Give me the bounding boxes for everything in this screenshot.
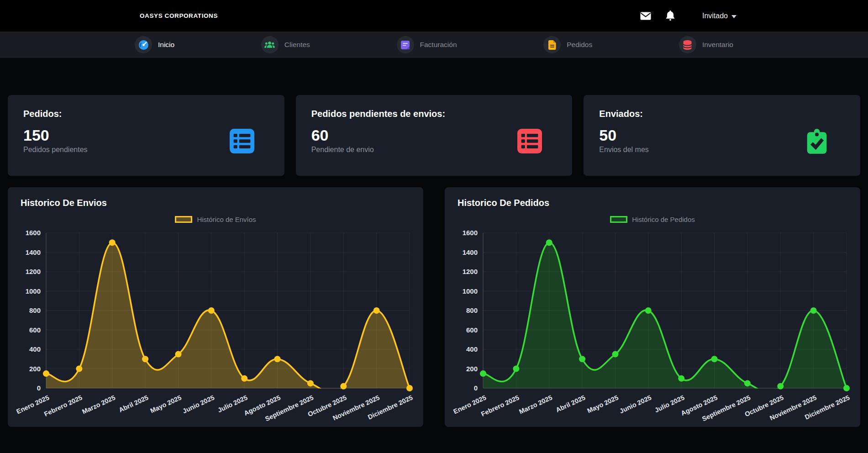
svg-text:Febrero 2025: Febrero 2025 <box>480 394 521 418</box>
svg-text:400: 400 <box>466 345 478 353</box>
svg-text:1000: 1000 <box>26 287 41 295</box>
user-menu-label: Invitado <box>702 12 728 20</box>
header-actions: Invitado <box>640 11 736 21</box>
chart-title: Historico De Envios <box>8 187 423 208</box>
nav-item-inventario[interactable]: Inventario <box>679 36 733 53</box>
invoice-icon <box>397 36 414 53</box>
main-content: Pedidos: 150 Pedidos pendientes Pedidos … <box>0 95 868 427</box>
bell-icon[interactable] <box>666 11 675 21</box>
stat-title: Enviados: <box>599 109 845 119</box>
svg-text:800: 800 <box>466 306 478 314</box>
stat-card-pedidos: Pedidos: 150 Pedidos pendientes <box>8 95 284 176</box>
nav-item-pedidos[interactable]: Pedidos <box>543 36 592 53</box>
svg-text:200: 200 <box>466 365 478 373</box>
list-icon <box>517 129 542 153</box>
legend-swatch <box>610 216 627 223</box>
brand-logo[interactable]: OASYS CORPORATIONS <box>140 12 218 19</box>
svg-text:600: 600 <box>29 326 41 334</box>
svg-text:800: 800 <box>29 306 41 314</box>
nav-item-clientes[interactable]: Clientes <box>261 36 310 53</box>
svg-text:0: 0 <box>37 384 41 392</box>
nav-label: Pedidos <box>567 41 592 49</box>
svg-text:400: 400 <box>29 345 41 353</box>
svg-text:Febrero 2025: Febrero 2025 <box>43 394 84 418</box>
stat-card-enviados: Enviados: 50 Envios del mes <box>584 95 860 176</box>
gauge-icon <box>135 36 152 53</box>
app-header: OASYS CORPORATIONS Invitado <box>0 0 868 32</box>
users-icon <box>261 36 279 53</box>
envios-chart-panel: Historico De Envios Histórico de Envíos … <box>8 187 423 427</box>
stat-cards-row: Pedidos: 150 Pedidos pendientes Pedidos … <box>8 95 860 176</box>
svg-text:Abril 2025: Abril 2025 <box>118 394 150 414</box>
pedidos-chart[interactable]: 02004006008001000120014001600Enero 2025F… <box>445 229 860 426</box>
svg-text:Mayo 2025: Mayo 2025 <box>586 394 620 415</box>
legend-swatch <box>175 216 192 223</box>
pedidos-chart-panel: Historico De Pedidos Histórico de Pedido… <box>445 187 860 427</box>
nav-label: Facturación <box>420 41 457 49</box>
svg-text:1400: 1400 <box>26 248 41 256</box>
svg-text:1200: 1200 <box>463 268 478 275</box>
chart-legend[interactable]: Histórico de Pedidos <box>445 216 860 223</box>
svg-text:200: 200 <box>29 365 41 373</box>
svg-text:Mayo 2025: Mayo 2025 <box>149 394 183 415</box>
legend-label: Histórico de Pedidos <box>632 216 695 223</box>
svg-text:Junio 2025: Junio 2025 <box>181 394 216 415</box>
nav-label: Inicio <box>158 41 174 49</box>
stat-title: Pedidos pendientes de envios: <box>311 109 557 119</box>
nav-item-facturacion[interactable]: Facturación <box>397 36 457 53</box>
svg-text:1000: 1000 <box>463 287 478 295</box>
user-menu[interactable]: Invitado <box>702 12 736 20</box>
svg-text:1600: 1600 <box>463 229 478 237</box>
charts-row: Historico De Envios Histórico de Envíos … <box>8 187 860 427</box>
mail-icon[interactable] <box>640 12 651 20</box>
clipboard-check-icon <box>805 129 830 153</box>
chart-title: Historico De Pedidos <box>445 187 860 208</box>
chart-legend[interactable]: Histórico de Envíos <box>8 216 423 223</box>
svg-text:Marzo 2025: Marzo 2025 <box>518 394 553 416</box>
nav-label: Inventario <box>702 41 733 49</box>
file-lines-icon <box>543 36 561 53</box>
nav-item-inicio[interactable]: Inicio <box>135 36 174 53</box>
database-icon <box>679 36 696 53</box>
svg-text:0: 0 <box>474 384 478 392</box>
envios-chart[interactable]: 02004006008001000120014001600Enero 2025F… <box>8 229 423 426</box>
nav-label: Clientes <box>284 41 310 49</box>
svg-text:Junio 2025: Junio 2025 <box>618 394 652 415</box>
chevron-down-icon <box>731 12 736 20</box>
svg-text:1400: 1400 <box>463 248 478 256</box>
stat-title: Pedidos: <box>23 109 269 119</box>
legend-label: Histórico de Envíos <box>197 216 256 223</box>
stat-card-pendientes-envio: Pedidos pendientes de envios: 60 Pendien… <box>296 95 573 176</box>
svg-text:1200: 1200 <box>26 268 41 275</box>
list-icon <box>230 129 254 153</box>
main-nav: Inicio Clientes Facturación Pedidos Inve… <box>0 32 868 58</box>
svg-text:Marzo 2025: Marzo 2025 <box>81 394 116 416</box>
svg-text:Abril 2025: Abril 2025 <box>555 394 587 414</box>
svg-text:1600: 1600 <box>26 229 41 237</box>
svg-text:600: 600 <box>466 326 478 334</box>
